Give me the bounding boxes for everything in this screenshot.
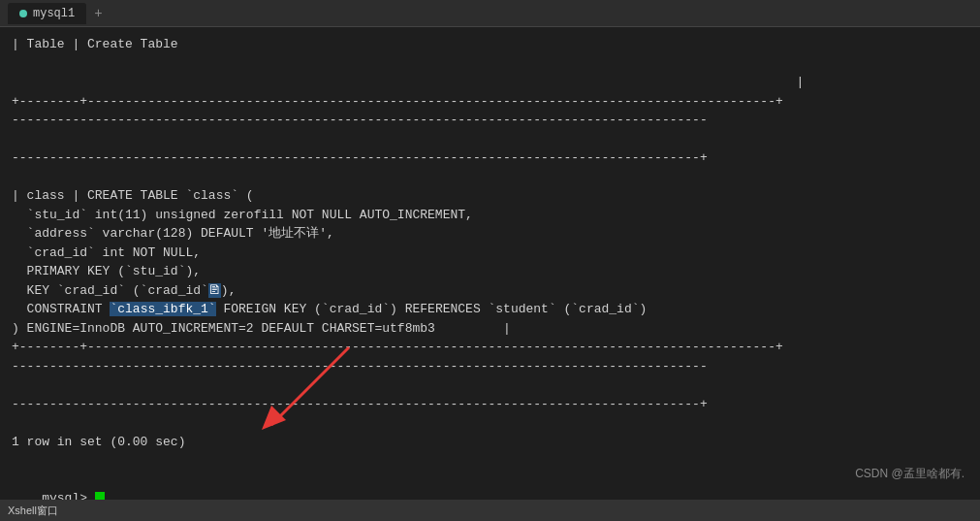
result-summary: 1 row in set (0.00 sec) xyxy=(12,433,968,452)
watermark: CSDN @孟里啥都有. xyxy=(855,466,964,482)
crad-id-line: `crad_id` int NOT NULL, xyxy=(12,244,968,263)
tab-mysql1[interactable]: mysql1 xyxy=(8,3,86,24)
constraint-highlight: `class_ibfk_1` xyxy=(110,302,215,316)
create-table-line: | class | CREATE TABLE `class` ( xyxy=(12,186,968,206)
engine-line: ) ENGINE=InnoDB AUTO_INCREMENT=2 DEFAULT… xyxy=(12,319,968,339)
primary-key-line: PRIMARY KEY (`stu_id`), xyxy=(12,262,968,281)
empty-line-4 xyxy=(12,375,968,395)
empty-line-5 xyxy=(12,413,968,433)
terminal-content[interactable]: | Table | Create Table | +--------+-----… xyxy=(0,27,980,521)
separator-top-3: ----------------------------------------… xyxy=(12,148,968,168)
stu-id-line: `stu_id` int(11) unsigned zerofill NOT N… xyxy=(12,206,968,225)
constraint-line: CONSTRAINT `class_ibfk_1` FOREIGN KEY (`… xyxy=(12,300,968,319)
key-line: KEY `crad_id` (`crad_id`🖹), xyxy=(12,281,968,301)
tab-indicator xyxy=(19,10,27,17)
separator-top-2: ----------------------------------------… xyxy=(12,111,968,130)
separator-top-1: +--------+------------------------------… xyxy=(12,92,968,112)
empty-line-6 xyxy=(12,451,968,471)
empty-line-3 xyxy=(12,168,968,187)
empty-line-2 xyxy=(12,130,968,149)
separator-bottom-3: ----------------------------------------… xyxy=(12,395,968,414)
taskbar: Xshell窗口 xyxy=(0,500,980,521)
new-tab-button[interactable]: + xyxy=(94,6,102,21)
cursor-line: | xyxy=(12,73,968,92)
taskbar-label: Xshell窗口 xyxy=(8,504,58,518)
empty-line-1 xyxy=(12,54,968,74)
separator-bottom-2: ----------------------------------------… xyxy=(12,357,968,376)
tab-label: mysql1 xyxy=(33,7,75,20)
header-line: | Table | Create Table xyxy=(12,35,968,54)
separator-bottom-1: +--------+------------------------------… xyxy=(12,338,968,357)
title-bar: mysql1 + xyxy=(0,0,980,27)
address-line: `address` varchar(128) DEFAULT '地址不详', xyxy=(12,224,968,244)
